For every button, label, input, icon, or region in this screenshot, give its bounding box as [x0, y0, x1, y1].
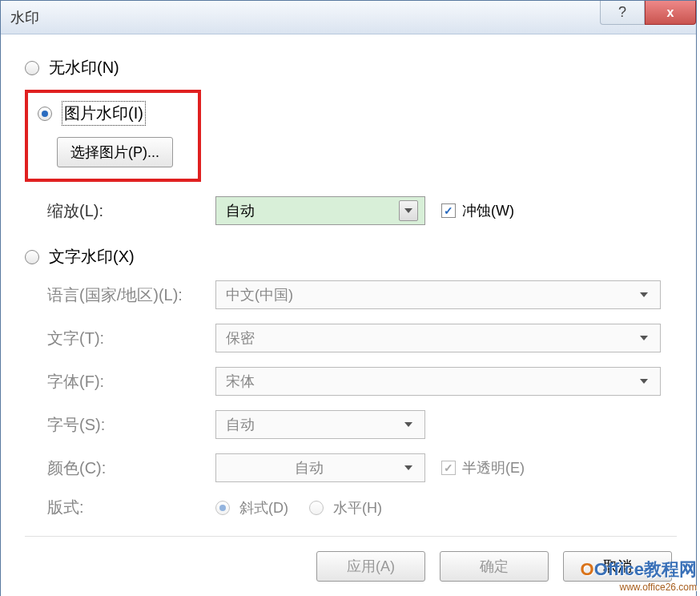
layout-row: 版式: 斜式(D) 水平(H) — [25, 497, 677, 518]
source-watermark: OOffice教程网 www.office26.com — [581, 558, 697, 593]
apply-button[interactable]: 应用(A) — [316, 551, 425, 582]
color-combo[interactable]: 自动 — [215, 453, 425, 482]
size-label: 字号(S): — [47, 414, 215, 436]
radio-icon — [215, 501, 230, 515]
radio-no-watermark[interactable]: 无水印(N) — [25, 57, 677, 79]
picture-watermark-highlight: 图片水印(I) 选择图片(P)... — [25, 90, 201, 182]
semitransparent-checkbox[interactable]: 半透明(E) — [441, 458, 525, 477]
chevron-down-icon — [399, 200, 418, 221]
washout-label: 冲蚀(W) — [462, 201, 514, 220]
language-label: 语言(国家/地区)(L): — [47, 284, 215, 306]
no-watermark-label: 无水印(N) — [49, 57, 119, 79]
font-row: 字体(F): 宋体 — [25, 367, 677, 396]
close-button[interactable]: x — [645, 1, 696, 25]
checkbox-icon — [441, 461, 456, 475]
radio-diagonal[interactable]: 斜式(D) — [215, 498, 288, 517]
language-value: 中文(中国) — [226, 285, 293, 304]
font-value: 宋体 — [226, 372, 255, 391]
dialog-title: 水印 — [10, 8, 39, 27]
size-value: 自动 — [226, 415, 255, 434]
titlebar: 水印 ? x — [1, 1, 696, 34]
color-row: 颜色(C): 自动 半透明(E) — [25, 453, 677, 482]
font-label: 字体(F): — [47, 371, 215, 393]
washout-checkbox[interactable]: 冲蚀(W) — [441, 201, 514, 220]
chevron-down-icon — [399, 457, 418, 478]
text-label: 文字(T): — [47, 328, 215, 349]
scale-label: 缩放(L): — [47, 200, 215, 222]
radio-text-watermark[interactable]: 文字水印(X) — [25, 246, 677, 268]
text-combo[interactable]: 保密 — [215, 324, 661, 352]
color-label: 颜色(C): — [47, 457, 215, 479]
select-picture-button[interactable]: 选择图片(P)... — [57, 137, 173, 167]
scale-row: 缩放(L): 自动 冲蚀(W) — [25, 196, 677, 225]
chevron-down-icon — [399, 414, 418, 435]
language-row: 语言(国家/地区)(L): 中文(中国) — [25, 280, 677, 309]
chevron-down-icon — [634, 371, 654, 392]
ok-button[interactable]: 确定 — [440, 551, 549, 582]
radio-icon — [309, 501, 324, 515]
size-combo[interactable]: 自动 — [215, 410, 425, 439]
window-controls: ? x — [600, 1, 696, 25]
watermark-dialog: 水印 ? x 无水印(N) 图片水印(I) 选择图片(P)... 缩放(L): … — [0, 0, 697, 596]
text-value: 保密 — [226, 328, 255, 348]
radio-icon — [25, 250, 39, 264]
chevron-down-icon — [634, 284, 654, 305]
scale-combo[interactable]: 自动 — [215, 196, 425, 225]
radio-horizontal[interactable]: 水平(H) — [309, 498, 382, 517]
diagonal-label: 斜式(D) — [239, 498, 288, 517]
text-watermark-label: 文字水印(X) — [49, 246, 135, 268]
horizontal-label: 水平(H) — [333, 498, 382, 517]
dialog-buttons: 应用(A) 确定 取消 — [25, 536, 677, 582]
dialog-body: 无水印(N) 图片水印(I) 选择图片(P)... 缩放(L): 自动 冲蚀(W… — [1, 34, 696, 596]
radio-icon — [25, 61, 39, 75]
radio-icon — [38, 107, 52, 121]
color-value: 自动 — [226, 458, 392, 477]
checkbox-icon — [441, 203, 456, 218]
picture-watermark-label: 图片水印(I) — [62, 101, 146, 126]
size-row: 字号(S): 自动 — [25, 410, 677, 439]
help-button[interactable]: ? — [600, 1, 645, 25]
layout-options: 斜式(D) 水平(H) — [215, 498, 382, 517]
layout-label: 版式: — [47, 497, 215, 518]
language-combo[interactable]: 中文(中国) — [215, 280, 661, 309]
scale-value: 自动 — [226, 201, 255, 220]
radio-picture-watermark[interactable]: 图片水印(I) — [38, 101, 187, 126]
font-combo[interactable]: 宋体 — [215, 367, 661, 396]
chevron-down-icon — [634, 328, 654, 348]
text-row: 文字(T): 保密 — [25, 324, 677, 352]
semitransparent-label: 半透明(E) — [462, 458, 525, 477]
